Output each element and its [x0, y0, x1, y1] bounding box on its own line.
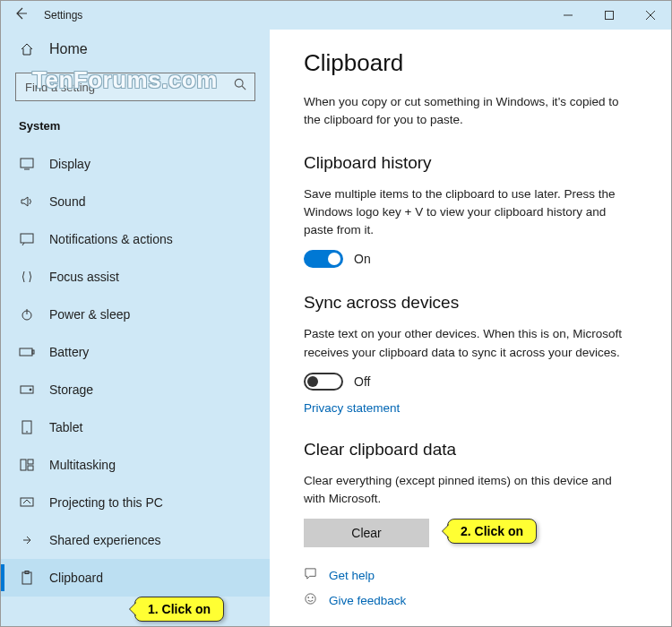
give-feedback-link[interactable]: Give feedback — [304, 592, 646, 608]
sidebar-item-label: Shared experiences — [49, 533, 161, 547]
get-help-link[interactable]: Get help — [304, 567, 646, 583]
svg-point-25 — [312, 597, 313, 598]
svg-point-23 — [306, 594, 315, 604]
storage-icon — [19, 384, 35, 395]
sound-icon — [19, 195, 35, 208]
sidebar-item-label: Clipboard — [49, 571, 103, 585]
sidebar-item-label: Projecting to this PC — [49, 495, 163, 510]
give-feedback-label: Give feedback — [329, 594, 406, 607]
multitasking-icon — [19, 459, 35, 471]
svg-point-14 — [30, 389, 31, 391]
notifications-icon — [19, 233, 35, 245]
sidebar-item-label: Multitasking — [49, 458, 116, 472]
search-input[interactable] — [15, 73, 255, 101]
svg-rect-18 — [28, 460, 33, 464]
sidebar-item-label: Sound — [49, 194, 85, 209]
help-icon — [304, 567, 318, 583]
back-button[interactable] — [1, 6, 40, 24]
clear-desc: Clear everything (except pinned items) o… — [304, 472, 626, 509]
svg-rect-1 — [606, 12, 614, 20]
shared-icon — [19, 534, 35, 546]
sidebar-item-storage[interactable]: Storage — [1, 371, 270, 408]
privacy-statement-link[interactable]: Privacy statement — [304, 401, 400, 415]
titlebar: Settings — [1, 1, 671, 30]
page-title: Clipboard — [304, 49, 646, 77]
display-icon — [19, 158, 35, 170]
sidebar-item-label: Notifications & actions — [49, 232, 173, 246]
sync-desc: Paste text on your other devices. When t… — [304, 325, 626, 362]
power-icon — [19, 307, 35, 322]
svg-rect-12 — [32, 350, 34, 354]
sidebar-item-power-sleep[interactable]: Power & sleep — [1, 296, 270, 333]
svg-rect-11 — [20, 348, 32, 356]
sidebar-item-battery[interactable]: Battery — [1, 333, 270, 371]
history-desc: Save multiple items to the clipboard to … — [304, 185, 626, 240]
tablet-icon — [19, 420, 35, 434]
history-toggle-state: On — [354, 252, 371, 266]
sidebar-home[interactable]: Home — [1, 31, 270, 67]
projecting-icon — [19, 496, 35, 509]
svg-rect-17 — [21, 460, 26, 470]
battery-icon — [19, 347, 35, 357]
sidebar-item-tablet[interactable]: Tablet — [1, 408, 270, 446]
sidebar-nav: Display Sound Notifications & actions Fo… — [1, 145, 270, 626]
sync-toggle-state: Off — [354, 374, 370, 389]
sidebar-item-shared-experiences[interactable]: Shared experiences — [1, 521, 270, 559]
clear-button[interactable]: Clear — [304, 519, 429, 547]
clear-heading: Clear clipboard data — [304, 440, 646, 460]
history-toggle[interactable] — [304, 250, 343, 268]
sidebar-section-heading: System — [1, 110, 270, 145]
sidebar-item-label: Storage — [49, 382, 93, 397]
sidebar-item-multitasking[interactable]: Multitasking — [1, 446, 270, 484]
history-heading: Clipboard history — [304, 153, 646, 173]
sidebar-item-clipboard[interactable]: Clipboard — [1, 559, 270, 597]
clipboard-icon — [19, 571, 35, 585]
home-icon — [19, 42, 35, 56]
sidebar-item-label: Battery — [49, 345, 89, 359]
sidebar-item-label: Focus assist — [49, 270, 119, 284]
svg-rect-8 — [21, 234, 33, 243]
svg-point-4 — [235, 79, 243, 87]
svg-point-24 — [308, 597, 309, 598]
svg-line-5 — [242, 86, 246, 90]
maximize-button[interactable] — [589, 1, 630, 30]
sync-toggle[interactable] — [304, 373, 343, 391]
sidebar-item-projecting[interactable]: Projecting to this PC — [1, 484, 270, 521]
sidebar-item-notifications[interactable]: Notifications & actions — [1, 220, 270, 258]
get-help-label: Get help — [329, 569, 375, 582]
intro-text: When you copy or cut something in Window… — [304, 93, 626, 130]
sidebar-item-sound[interactable]: Sound — [1, 183, 270, 220]
search-icon — [234, 78, 246, 94]
settings-window: Settings Home System Display — [0, 0, 672, 627]
focus-assist-icon — [19, 270, 35, 284]
annotation-callout-2: 2. Click on — [447, 519, 537, 544]
sync-heading: Sync across devices — [304, 293, 646, 313]
window-title: Settings — [40, 9, 82, 21]
sidebar-item-label: Power & sleep — [49, 307, 130, 322]
feedback-icon — [304, 592, 318, 608]
content-pane: Clipboard When you copy or cut something… — [270, 30, 671, 626]
search-wrap — [1, 67, 270, 110]
sidebar-item-display[interactable]: Display — [1, 145, 270, 183]
sidebar: Home System Display Sound Notifications — [1, 30, 270, 626]
close-button[interactable] — [630, 1, 671, 30]
minimize-button[interactable] — [547, 1, 589, 30]
sidebar-item-label: Tablet — [49, 420, 82, 434]
svg-rect-19 — [28, 466, 33, 470]
sidebar-item-label: Display — [49, 157, 90, 171]
sidebar-home-label: Home — [49, 41, 88, 57]
annotation-callout-1: 1. Click on — [134, 597, 224, 622]
svg-rect-6 — [21, 159, 33, 167]
sidebar-item-focus-assist[interactable]: Focus assist — [1, 258, 270, 296]
